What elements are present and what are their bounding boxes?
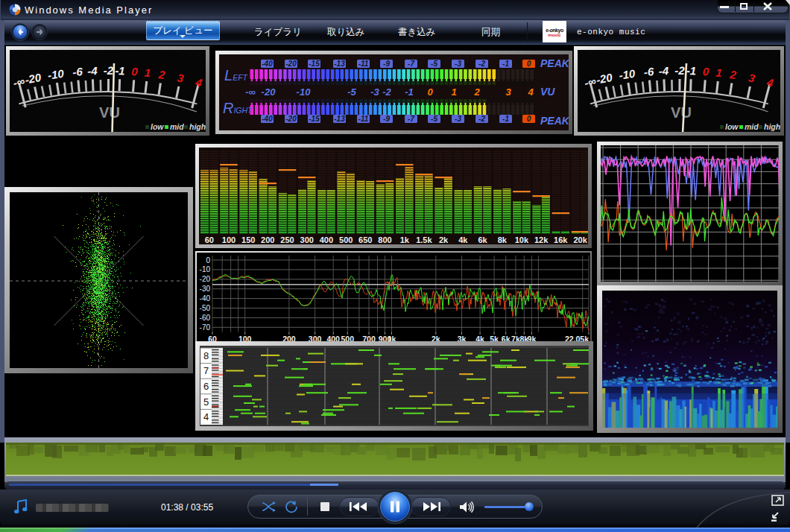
svg-text:4: 4: [203, 411, 209, 422]
svg-text:high: high: [189, 122, 206, 131]
svg-text:5: 5: [203, 396, 209, 408]
svg-text:-4: -4: [658, 64, 669, 77]
svg-text:-10: -10: [618, 67, 636, 82]
svg-text:-40: -40: [262, 60, 273, 68]
svg-text:mid: mid: [170, 122, 184, 131]
svg-text:-9: -9: [383, 60, 390, 68]
svg-text:3: 3: [505, 86, 511, 98]
svg-text:-13: -13: [334, 115, 345, 123]
svg-text:-50: -50: [200, 304, 211, 312]
svg-text:400: 400: [320, 235, 333, 244]
svg-text:-2: -2: [104, 64, 114, 77]
svg-text:-10: -10: [47, 67, 65, 82]
svg-text:650: 650: [358, 235, 372, 244]
svg-text:6k: 6k: [478, 235, 487, 244]
svg-text:150: 150: [241, 235, 255, 244]
svg-text:10k: 10k: [515, 235, 529, 244]
svg-text:16k: 16k: [554, 235, 568, 244]
svg-text:8: 8: [203, 350, 209, 361]
svg-text:-60: -60: [200, 314, 211, 322]
svg-text:0: 0: [527, 115, 531, 123]
svg-text:7: 7: [203, 365, 209, 376]
svg-text:low: low: [725, 122, 739, 131]
svg-text:12k: 12k: [534, 235, 549, 244]
svg-text:-15: -15: [309, 115, 320, 123]
svg-text:-20: -20: [285, 115, 297, 123]
svg-text:-2: -2: [674, 64, 685, 77]
svg-text:500: 500: [339, 235, 353, 244]
svg-text:-1: -1: [405, 86, 414, 98]
svg-text:-1: -1: [686, 64, 697, 77]
svg-text:1: 1: [451, 86, 456, 98]
svg-text:800: 800: [378, 235, 391, 244]
svg-text:-13: -13: [334, 60, 345, 68]
svg-text:-4: -4: [87, 64, 98, 77]
svg-text:4: 4: [527, 86, 534, 98]
svg-text:-3: -3: [370, 86, 379, 98]
svg-text:-7: -7: [408, 60, 414, 68]
svg-text:20k: 20k: [573, 235, 587, 244]
svg-text:-2: -2: [478, 60, 485, 68]
svg-text:-9: -9: [383, 115, 390, 123]
svg-text:-20: -20: [262, 86, 276, 98]
svg-text:-7: -7: [408, 115, 414, 123]
svg-text:-5: -5: [347, 86, 356, 98]
svg-text:high: high: [764, 122, 780, 131]
svg-text:-3: -3: [455, 115, 461, 123]
svg-text:-2: -2: [382, 86, 391, 98]
svg-text:VU: VU: [671, 104, 692, 121]
svg-text:-11: -11: [358, 115, 369, 123]
svg-text:-1: -1: [502, 115, 509, 123]
svg-text:-10: -10: [200, 265, 211, 273]
svg-text:-40: -40: [200, 294, 211, 303]
svg-text:250: 250: [280, 235, 294, 244]
svg-text:300: 300: [300, 235, 314, 244]
svg-text:1: 1: [715, 66, 723, 80]
svg-text:0: 0: [206, 256, 210, 265]
svg-text:200: 200: [261, 235, 274, 244]
svg-text:-30: -30: [200, 285, 211, 293]
svg-text:100: 100: [222, 235, 236, 244]
svg-text:2: 2: [473, 86, 480, 98]
svg-text:mid: mid: [745, 122, 759, 131]
svg-text:PEAK: PEAK: [540, 115, 569, 127]
svg-text:-5: -5: [431, 60, 437, 68]
svg-text:low: low: [151, 122, 164, 131]
svg-text:PEAK: PEAK: [540, 57, 569, 69]
svg-text:-10: -10: [297, 86, 312, 98]
svg-text:VU: VU: [99, 104, 120, 121]
svg-text:-3: -3: [455, 60, 461, 68]
svg-text:-6: -6: [643, 65, 654, 78]
svg-text:-40: -40: [262, 115, 273, 123]
svg-text:-70: -70: [200, 323, 211, 332]
svg-text:-2: -2: [478, 115, 485, 123]
svg-text:-20: -20: [200, 275, 211, 283]
svg-text:0: 0: [427, 86, 433, 98]
svg-text:-15: -15: [309, 60, 320, 68]
svg-text:1.5k: 1.5k: [416, 235, 432, 244]
svg-text:2k: 2k: [439, 235, 449, 244]
svg-text:-6: -6: [72, 65, 83, 78]
svg-text:1k: 1k: [400, 235, 410, 244]
svg-text:1: 1: [144, 66, 151, 80]
svg-text:-∞: -∞: [245, 86, 256, 98]
svg-text:-5: -5: [431, 115, 437, 123]
svg-text:60: 60: [205, 235, 214, 244]
svg-text:6: 6: [203, 381, 209, 392]
svg-text:-1: -1: [502, 60, 509, 68]
svg-text:-20: -20: [285, 60, 297, 68]
svg-text:4k: 4k: [458, 235, 468, 244]
svg-text:0: 0: [527, 60, 531, 68]
svg-text:VU: VU: [540, 86, 555, 98]
svg-text:-11: -11: [358, 60, 369, 68]
svg-text:8k: 8k: [498, 235, 508, 244]
svg-text:-1: -1: [115, 64, 125, 77]
